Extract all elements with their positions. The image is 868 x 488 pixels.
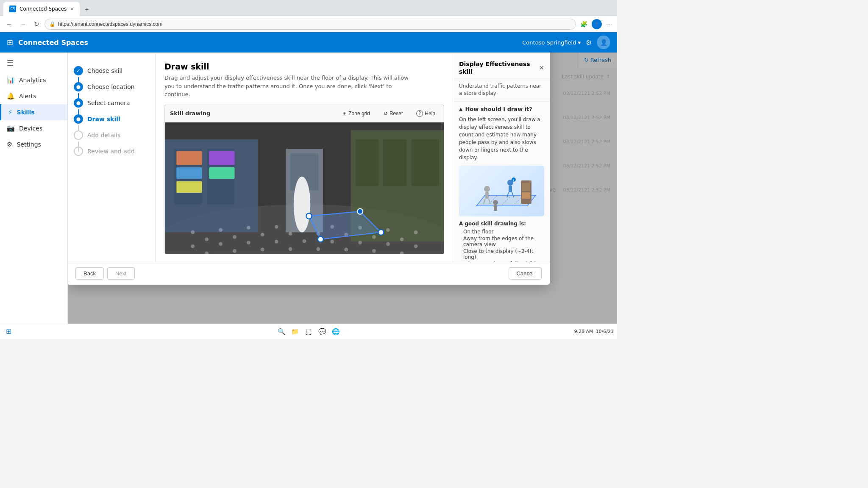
next-button[interactable]: Next xyxy=(107,267,135,280)
step3-label: Select camera xyxy=(87,100,130,106)
svg-point-24 xyxy=(386,228,390,232)
svg-point-20 xyxy=(275,225,278,228)
sidebar-item-analytics[interactable]: 📊 Analytics xyxy=(0,72,67,88)
svg-rect-11 xyxy=(176,181,202,192)
help-circle-icon: ? xyxy=(416,110,423,117)
wizard-step-draw-skill: ● Draw skill xyxy=(74,111,149,127)
devices-icon: 📷 xyxy=(7,125,15,132)
settings-icon: ⚙ xyxy=(7,141,12,148)
sidebar-item-settings[interactable]: ⚙ Settings xyxy=(0,136,67,152)
help-panel-title: Display Effectiveness skill xyxy=(459,60,539,75)
cancel-button[interactable]: Cancel xyxy=(509,267,542,280)
step2-indicator: ● xyxy=(74,82,83,92)
lock-icon: 🔒 xyxy=(49,21,56,27)
sidebar-item-skills[interactable]: ⚡ Skills xyxy=(0,104,67,120)
taskbar-left: ⊞ xyxy=(3,327,14,336)
svg-point-61 xyxy=(318,236,323,242)
help-section-title: How should I draw it? xyxy=(465,106,532,112)
svg-point-28 xyxy=(261,233,264,236)
svg-point-66 xyxy=(484,186,490,192)
nav-back-button[interactable]: ← xyxy=(3,19,15,28)
svg-rect-78 xyxy=(522,192,530,199)
analytics-label: Analytics xyxy=(19,77,46,83)
svg-rect-6 xyxy=(356,139,379,186)
svg-point-44 xyxy=(233,249,236,252)
svg-point-32 xyxy=(372,235,376,239)
svg-rect-9 xyxy=(176,151,202,165)
svg-point-29 xyxy=(289,232,292,236)
svg-point-35 xyxy=(219,242,223,246)
nav-forward-button[interactable]: → xyxy=(17,19,29,28)
app-menu-button[interactable]: ⊞ xyxy=(7,38,13,47)
skills-label: Skills xyxy=(17,109,35,116)
file-explorer-taskbar-button[interactable]: 📁 xyxy=(289,325,301,338)
svg-point-17 xyxy=(191,230,195,234)
help-section-toggle[interactable]: ▲ How should I draw it? xyxy=(459,106,544,112)
modal-footer: Back Next Cancel xyxy=(68,262,550,285)
help-section: ▲ How should I draw it? On the left scre… xyxy=(453,102,550,262)
org-selector[interactable]: Contoso Springfield ▾ xyxy=(522,39,581,46)
svg-rect-13 xyxy=(209,167,234,178)
nav-menu-button[interactable]: ⋯ xyxy=(604,20,614,28)
chevron-down-icon: ▾ xyxy=(578,39,581,46)
good-skill-item-3: Close to the display (~2-4ft long) xyxy=(459,248,544,261)
svg-point-47 xyxy=(317,247,320,251)
app-header: ⊞ Connected Spaces Contoso Springfield ▾… xyxy=(0,32,617,53)
search-taskbar-button[interactable]: 🔍 xyxy=(275,325,288,338)
good-skill-item-2: Away from the edges of the camera view xyxy=(459,235,544,248)
extensions-button[interactable]: 🧩 xyxy=(579,20,589,28)
zone-grid-icon: ⊞ xyxy=(342,111,347,116)
back-button[interactable]: Back xyxy=(75,267,104,280)
wizard-step-add-details: Add details xyxy=(74,127,149,143)
reset-button[interactable]: ↺ Reset xyxy=(380,109,406,118)
help-illustration: i xyxy=(459,166,544,216)
wizard-step-select-camera: ● Select camera xyxy=(74,95,149,111)
step1-indicator: ✓ xyxy=(74,66,83,75)
svg-point-37 xyxy=(275,239,278,243)
teams-taskbar-button[interactable]: 💬 xyxy=(316,325,328,338)
task-view-taskbar-button[interactable]: ⬚ xyxy=(302,325,315,338)
edge-taskbar-button[interactable]: 🌐 xyxy=(329,325,342,338)
wizard-step-choose-skill: ✓ Choose skill xyxy=(74,63,149,79)
step5-indicator xyxy=(74,130,83,140)
user-profile-button[interactable]: 👤 xyxy=(597,36,610,49)
good-skill-list: On the floor Away from the edges of the … xyxy=(459,228,544,262)
taskbar-right: 9:28 AM 10/6/21 xyxy=(574,329,614,334)
step6-label: Review and add xyxy=(87,148,135,155)
reset-icon: ↺ xyxy=(384,111,388,116)
svg-point-49 xyxy=(372,249,376,252)
step4-indicator: ● xyxy=(74,114,83,124)
new-tab-button[interactable]: + xyxy=(81,5,92,14)
draw-skill-title: Draw skill xyxy=(164,62,444,71)
svg-point-59 xyxy=(357,208,363,214)
camera-view[interactable] xyxy=(165,122,444,254)
settings-button[interactable]: ⚙ xyxy=(586,39,592,47)
sidebar-item-alerts[interactable]: 🔔 Alerts xyxy=(0,88,67,104)
sidebar-item-devices[interactable]: 📷 Devices xyxy=(0,120,67,136)
modal-main: Draw skill Drag and adjust your display … xyxy=(156,54,453,262)
taskbar: ⊞ 🔍 📁 ⬚ 💬 🌐 9:28 AM 10/6/21 xyxy=(0,324,617,339)
zone-grid-button[interactable]: ⊞ Zone grid xyxy=(339,109,373,118)
sidebar-hamburger[interactable]: ☰ xyxy=(0,54,67,72)
modal-overlay: Add skill ✕ ✓ Choose skill xyxy=(68,53,617,324)
tab-favicon: CS xyxy=(9,6,16,12)
help-panel-close-button[interactable]: ✕ xyxy=(539,64,544,71)
start-button[interactable]: ⊞ xyxy=(3,327,14,336)
org-name: Contoso Springfield xyxy=(522,39,576,46)
store-scene xyxy=(165,122,444,254)
profile-button[interactable]: 👤 xyxy=(592,19,602,29)
tab-close-icon[interactable]: ✕ xyxy=(70,6,74,12)
alerts-label: Alerts xyxy=(19,93,36,100)
wizard-step-choose-location: ● Choose location xyxy=(74,79,149,95)
address-bar-container: 🔒 xyxy=(45,19,576,30)
help-label: Help xyxy=(425,111,435,116)
browser-tab[interactable]: CS Connected Spaces ✕ xyxy=(3,2,80,16)
good-skill-item-4: Where people are fully visible to the xyxy=(459,261,544,262)
svg-point-79 xyxy=(493,200,498,205)
modal-window: Add skill ✕ ✓ Choose skill xyxy=(68,53,550,285)
nav-refresh-button[interactable]: ↻ xyxy=(31,19,42,29)
settings-label: Settings xyxy=(17,141,41,148)
address-input[interactable] xyxy=(58,21,571,27)
skill-illustration-svg: i xyxy=(464,168,540,214)
help-button[interactable]: ? Help xyxy=(413,108,439,119)
